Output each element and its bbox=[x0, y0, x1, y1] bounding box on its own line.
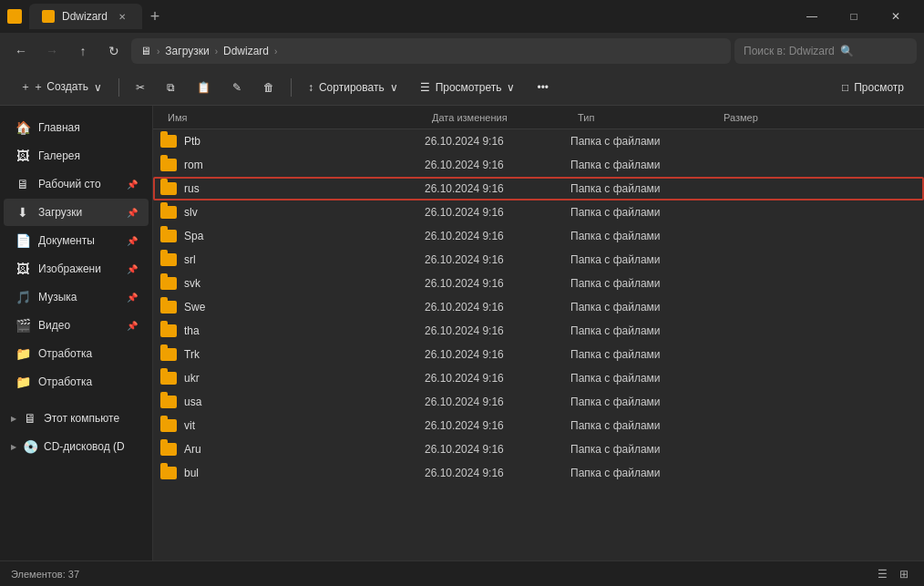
sidebar-item-home[interactable]: 🏠 Главная bbox=[4, 114, 149, 141]
sidebar-item-desktop[interactable]: 🖥 Рабочий сто 📌 bbox=[4, 170, 149, 198]
sidebar-item-downloads[interactable]: ⬇ Загрузки 📌 bbox=[4, 199, 149, 226]
otrabotka2-icon: 📁 bbox=[15, 374, 31, 390]
address-bar[interactable]: 🖥 › Загрузки › Ddwizard › bbox=[131, 38, 731, 64]
sort-arrow-icon: ∨ bbox=[390, 81, 398, 94]
file-date: 26.10.2024 9:16 bbox=[425, 348, 570, 361]
view-toggle-icons: ☰ ⊞ bbox=[873, 565, 913, 583]
preview-button[interactable]: □ Просмотр bbox=[833, 74, 913, 101]
col-header-size[interactable]: Размер bbox=[716, 112, 807, 123]
sidebar-item-video[interactable]: 🎬 Видео 📌 bbox=[4, 312, 149, 339]
sidebar-item-music[interactable]: 🎵 Музыка 📌 bbox=[4, 283, 149, 311]
folder-icon bbox=[160, 419, 177, 432]
table-row[interactable]: usa 26.10.2024 9:16 Папка с файлами bbox=[153, 390, 924, 414]
sort-label: Сортировать bbox=[319, 81, 385, 94]
col-header-name[interactable]: Имя bbox=[160, 112, 425, 123]
table-row[interactable]: Trk 26.10.2024 9:16 Папка с файлами bbox=[153, 343, 924, 366]
view-label: Просмотреть bbox=[436, 81, 502, 94]
delete-button[interactable]: 🗑 bbox=[254, 74, 283, 101]
table-row[interactable]: ukr 26.10.2024 9:16 Папка с файлами bbox=[153, 366, 924, 390]
sort-button[interactable]: ↕ Сортировать ∨ bbox=[299, 74, 407, 101]
table-row[interactable]: Ptb 26.10.2024 9:16 Папка с файлами bbox=[153, 129, 924, 153]
sidebar-item-this-pc[interactable]: ▶ 🖥 Этот компьюте bbox=[4, 405, 149, 432]
view-button[interactable]: ☰ Просмотреть ∨ bbox=[411, 74, 525, 101]
table-row[interactable]: Aru 26.10.2024 9:16 Папка с файлами bbox=[153, 437, 924, 461]
table-row[interactable]: rom 26.10.2024 9:16 Папка с файлами bbox=[153, 153, 924, 177]
active-tab[interactable]: Ddwizard ✕ bbox=[29, 4, 142, 29]
back-button[interactable]: ← bbox=[7, 37, 35, 65]
tab-close-button[interactable]: ✕ bbox=[115, 9, 129, 24]
documents-icon: 📄 bbox=[15, 232, 31, 249]
cdrom-icon: 💿 bbox=[22, 438, 38, 455]
address-part-downloads[interactable]: Загрузки bbox=[165, 45, 209, 57]
view-icon: ☰ bbox=[420, 81, 430, 94]
tab-icon bbox=[42, 10, 55, 23]
file-area: Имя Дата изменения Тип Размер Ptb 26.10.… bbox=[153, 106, 924, 560]
documents-pin-icon: 📌 bbox=[127, 236, 138, 246]
file-name: vit bbox=[184, 419, 195, 432]
col-header-date[interactable]: Дата изменения bbox=[425, 112, 570, 123]
paste-button[interactable]: 📋 bbox=[188, 74, 220, 101]
copy-button[interactable]: ⧉ bbox=[158, 74, 184, 101]
sidebar: 🏠 Главная 🖼 Галерея 🖥 Рабочий сто 📌 ⬇ За… bbox=[0, 106, 153, 560]
file-name: Aru bbox=[184, 443, 201, 456]
delete-icon: 🗑 bbox=[263, 81, 274, 94]
table-row[interactable]: vit 26.10.2024 9:16 Папка с файлами bbox=[153, 414, 924, 437]
file-date: 26.10.2024 9:16 bbox=[425, 301, 570, 314]
search-bar[interactable]: Поиск в: Ddwizard 🔍 bbox=[734, 38, 917, 64]
file-type: Папка с файлами bbox=[570, 467, 716, 479]
folder-icon bbox=[160, 396, 177, 408]
file-name: rom bbox=[184, 159, 203, 171]
table-row[interactable]: Swe 26.10.2024 9:16 Папка с файлами bbox=[153, 295, 924, 319]
create-arrow-icon: ∨ bbox=[94, 81, 102, 94]
sidebar-item-otrabotka2[interactable]: 📁 Отработка bbox=[4, 368, 149, 396]
paste-icon: 📋 bbox=[197, 81, 210, 94]
forward-button[interactable]: → bbox=[38, 37, 66, 65]
file-date: 26.10.2024 9:16 bbox=[425, 396, 570, 408]
file-date: 26.10.2024 9:16 bbox=[425, 372, 570, 385]
folder-icon bbox=[160, 443, 177, 456]
folder-icon bbox=[160, 372, 177, 385]
col-header-type[interactable]: Тип bbox=[570, 112, 716, 123]
rename-button[interactable]: ✎ bbox=[223, 74, 251, 101]
toolbar-separator-1 bbox=[118, 78, 119, 97]
folder-icon bbox=[160, 206, 177, 219]
minimize-button[interactable]: — bbox=[791, 0, 833, 33]
table-row[interactable]: bul 26.10.2024 9:16 Папка с файлами bbox=[153, 461, 924, 485]
folder-icon bbox=[160, 324, 177, 337]
video-pin-icon: 📌 bbox=[127, 321, 138, 331]
this-pc-chevron-icon: ▶ bbox=[11, 415, 16, 423]
maximize-button[interactable]: □ bbox=[833, 0, 875, 33]
table-row[interactable]: tha 26.10.2024 9:16 Папка с файлами bbox=[153, 319, 924, 343]
sidebar-item-otrabotka1[interactable]: 📁 Отработка bbox=[4, 340, 149, 367]
status-bar: Элементов: 37 ☰ ⊞ bbox=[0, 560, 924, 586]
create-button[interactable]: ＋ ＋ Создать ∨ bbox=[11, 74, 111, 101]
table-row[interactable]: slv 26.10.2024 9:16 Папка с файлами bbox=[153, 200, 924, 224]
more-button[interactable]: ••• bbox=[528, 74, 558, 101]
table-row[interactable]: srl 26.10.2024 9:16 Папка с файлами bbox=[153, 248, 924, 272]
column-headers: Имя Дата изменения Тип Размер bbox=[153, 106, 924, 129]
desktop-pin-icon: 📌 bbox=[127, 180, 138, 190]
music-icon: 🎵 bbox=[15, 289, 31, 305]
sidebar-item-gallery[interactable]: 🖼 Галерея bbox=[4, 142, 149, 170]
file-date: 26.10.2024 9:16 bbox=[425, 159, 570, 171]
list-view-button[interactable]: ☰ bbox=[873, 565, 891, 583]
new-tab-button[interactable]: + bbox=[142, 4, 168, 29]
file-name: tha bbox=[184, 324, 200, 337]
folder-icon bbox=[160, 253, 177, 266]
cut-button[interactable]: ✂ bbox=[127, 74, 154, 101]
sidebar-label-otrabotka1: Отработка bbox=[38, 347, 138, 360]
file-name: Spa bbox=[184, 230, 203, 242]
file-type: Папка с файлами bbox=[570, 230, 716, 242]
grid-view-button[interactable]: ⊞ bbox=[895, 565, 913, 583]
table-row[interactable]: svk 26.10.2024 9:16 Папка с файлами bbox=[153, 272, 924, 295]
sidebar-item-documents[interactable]: 📄 Документы 📌 bbox=[4, 227, 149, 254]
address-part-ddwizard[interactable]: Ddwizard bbox=[223, 45, 269, 57]
close-button[interactable]: ✕ bbox=[875, 0, 917, 33]
table-row[interactable]: rus 26.10.2024 9:16 Папка с файлами bbox=[153, 177, 924, 200]
table-row[interactable]: Spa 26.10.2024 9:16 Папка с файлами bbox=[153, 224, 924, 248]
file-name: Ptb bbox=[184, 135, 200, 148]
sidebar-item-cdrom[interactable]: ▶ 💿 CD-дисковод (D bbox=[4, 433, 149, 460]
refresh-button[interactable]: ↻ bbox=[100, 37, 128, 65]
sidebar-item-images[interactable]: 🖼 Изображени 📌 bbox=[4, 255, 149, 283]
up-button[interactable]: ↑ bbox=[69, 37, 97, 65]
